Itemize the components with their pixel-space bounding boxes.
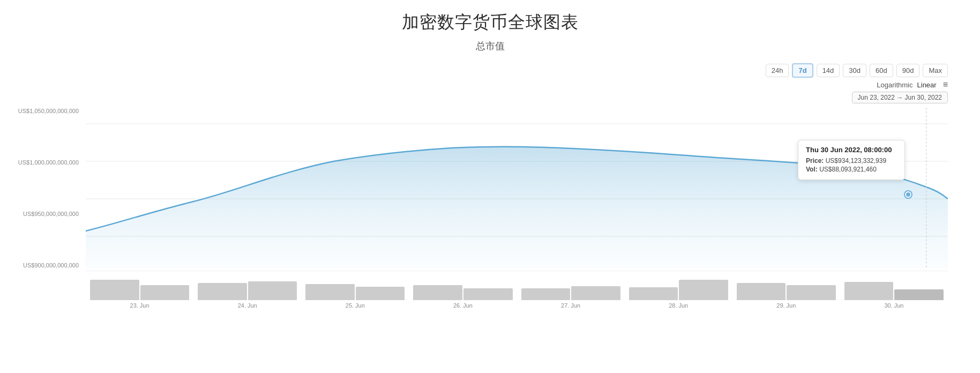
chart-area: US$1,050,000,000,000 US$1,000,000,000,00… <box>0 108 980 309</box>
vol-bar <box>305 284 355 300</box>
y-label-2: US$1,000,000,000,000 <box>0 159 83 166</box>
btn-24h[interactable]: 24h <box>766 64 789 77</box>
vol-group-3 <box>301 284 409 300</box>
vol-bar <box>413 285 462 300</box>
btn-60d[interactable]: 60d <box>870 64 893 77</box>
x-label-7: 29. Jun <box>732 302 840 309</box>
x-label-5: 27. Jun <box>517 302 625 309</box>
y-label-4: US$900,000,000,000 <box>0 262 83 268</box>
vol-bar <box>198 283 247 300</box>
menu-icon[interactable]: ≡ <box>943 80 948 89</box>
vol-group-1 <box>86 280 193 300</box>
vol-bar <box>629 287 678 300</box>
vol-group-2 <box>193 281 301 300</box>
vol-group-6 <box>625 280 732 300</box>
vol-group-5 <box>517 286 625 300</box>
vol-bar <box>90 280 139 300</box>
time-controls: 24h 7d 14d 30d 60d 90d Max <box>0 63 980 78</box>
vol-group-7 <box>732 283 840 300</box>
page-container: 加密数字货币全球图表 总市值 24h 7d 14d 30d 60d 90d Ma… <box>0 0 980 309</box>
chart-wrapper: 23. Jun 24. Jun 25. Jun 26. Jun 27. Jun … <box>86 108 948 309</box>
x-label-4: 26. Jun <box>409 302 517 309</box>
vol-bar <box>521 288 571 300</box>
x-label-2: 24. Jun <box>193 302 301 309</box>
logarithmic-label[interactable]: Logarithmic <box>877 81 912 89</box>
btn-90d[interactable]: 90d <box>896 64 920 77</box>
vol-bar <box>140 285 190 300</box>
x-label-1: 23. Jun <box>86 302 193 309</box>
btn-max[interactable]: Max <box>923 64 948 77</box>
date-range-row: Jun 23, 2022 → Jun 30, 2022 <box>0 92 980 103</box>
volume-bars <box>86 271 948 300</box>
linear-label[interactable]: Linear <box>917 81 937 89</box>
tooltip-dot <box>905 191 911 198</box>
vol-group-8 <box>840 282 948 300</box>
vol-bar <box>679 280 728 300</box>
x-label-6: 28. Jun <box>625 302 732 309</box>
vol-bar <box>894 289 944 300</box>
x-label-8: 30. Jun <box>840 302 948 309</box>
y-label-3: US$950,000,000,000 <box>0 211 83 217</box>
vol-bar <box>737 283 786 300</box>
vol-bar <box>248 281 297 300</box>
scale-controls: Logarithmic Linear ≡ <box>0 80 980 89</box>
date-range: Jun 23, 2022 → Jun 30, 2022 <box>852 92 948 103</box>
vol-bar <box>463 288 513 300</box>
x-axis: 23. Jun 24. Jun 25. Jun 26. Jun 27. Jun … <box>86 300 948 309</box>
y-axis-labels: US$1,050,000,000,000 US$1,000,000,000,00… <box>0 108 83 268</box>
vol-bar <box>571 286 620 300</box>
page-title: 加密数字货币全球图表 <box>0 11 980 34</box>
btn-30d[interactable]: 30d <box>843 64 866 77</box>
btn-14d[interactable]: 14d <box>817 64 840 77</box>
chart-subtitle: 总市值 <box>0 40 980 53</box>
vol-group-4 <box>409 285 517 300</box>
vol-bar <box>356 287 405 300</box>
btn-7d[interactable]: 7d <box>792 63 813 78</box>
vol-bar <box>787 285 836 300</box>
y-label-1: US$1,050,000,000,000 <box>0 108 83 114</box>
x-label-3: 25. Jun <box>301 302 409 309</box>
line-chart <box>86 108 948 268</box>
vol-bar <box>844 282 894 300</box>
